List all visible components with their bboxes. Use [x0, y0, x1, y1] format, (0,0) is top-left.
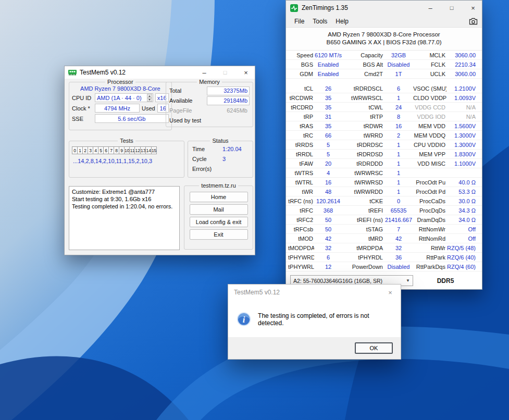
cpu-name: AMD Ryzen 7 9800X3D 8-Core — [69, 85, 171, 92]
minimize-icon[interactable]: – — [195, 66, 213, 79]
maximize-icon[interactable]: □ — [443, 1, 461, 15]
motherboard-bios: B650 GAMING X AX | BIOS F32d (98.77.0) — [286, 39, 482, 46]
log-line: Customize: Extreme1 @anta777 — [72, 188, 177, 195]
window-title: ZenTimings 1.35 — [302, 4, 418, 11]
chevron-down-icon: ▼ — [406, 278, 410, 283]
cpu-id-row: CPU ID AMD (1A · 44 · 0) x16 — [72, 93, 169, 102]
status-row-label: Cycle — [192, 156, 222, 164]
close-icon[interactable]: × — [380, 285, 401, 300]
screenshot-camera-icon[interactable] — [469, 18, 478, 25]
param-value: 7 — [384, 226, 413, 232]
param-label: tREFI (ns) — [342, 217, 384, 223]
dialog-title: TestMem5 v0.12 — [234, 289, 380, 296]
param-label: tWTRL — [288, 179, 314, 186]
close-icon[interactable]: × — [464, 1, 482, 15]
menu-help[interactable]: Help — [331, 17, 353, 26]
param-value: 16 — [314, 179, 342, 186]
ok-button[interactable]: OK — [355, 342, 393, 354]
param-label: UCLK — [413, 71, 446, 77]
param-label: tPHYWRD — [288, 254, 314, 261]
exit-button[interactable]: Exit — [190, 229, 248, 240]
processor-group-caption: Processor — [105, 79, 135, 85]
param-value: 32GB — [384, 52, 413, 58]
param-label: tPHYWRL — [288, 264, 314, 270]
param-value: 6 — [384, 85, 413, 92]
menubar: File Tools Help — [286, 15, 482, 28]
param-label: tWRWRSCL — [342, 95, 384, 101]
memory-row: PageFile6245Mb — [169, 106, 250, 115]
param-label: tRFC2 — [288, 217, 314, 223]
memory-info-row: Speed6120 MT/sCapacity32GBMCLK3060.00 — [286, 51, 482, 60]
param-label: tRFC — [288, 207, 314, 214]
param-label: tWTRS — [288, 170, 314, 176]
log-textarea[interactable]: Customize: Extreme1 @anta777Start testin… — [69, 186, 180, 250]
param-value: 31 — [314, 114, 342, 120]
param-label: RttPark — [413, 254, 446, 261]
param-value: 65535 — [384, 207, 413, 214]
param-label: RttWr — [413, 245, 446, 251]
timings-table: tCL26tRDRDSCL6VSOC (SMU)1.2100VtRCDWR35t… — [286, 84, 482, 271]
processor-group: Processor AMD Ryzen 7 9800X3D 8-Core CPU… — [69, 79, 172, 130]
param-label: tRDWR — [342, 123, 384, 129]
param-value: 1 — [384, 189, 413, 195]
param-label: tRDRDSCL — [342, 85, 384, 92]
param-value: 34.3 Ω — [446, 207, 476, 214]
param-label: ProcDqDs — [413, 207, 446, 214]
sse-value-field: 5.6 sec/Gb — [95, 114, 169, 123]
param-label: ProcOdt Pu — [413, 179, 446, 186]
param-label: tCKE — [342, 198, 384, 204]
param-label: MEM VDDQ — [413, 132, 446, 139]
test-sequence: ...14,2,8,14,2,10,11,1,15,2,10,3 — [73, 158, 184, 164]
load-config-exit-button[interactable]: Load config & exit — [190, 217, 248, 227]
param-label: tRRDL — [288, 151, 314, 157]
site-group: testmem.tz.ru HomeMailLoad config & exit… — [184, 182, 253, 250]
minimize-icon[interactable]: – — [421, 1, 439, 15]
stepper-up-icon[interactable] — [147, 94, 152, 98]
param-value: 42 — [314, 236, 342, 242]
param-label: VDDG IOD — [413, 114, 446, 120]
memory-group-caption: Memory — [197, 79, 222, 85]
maximize-icon: □ — [216, 66, 234, 79]
param-label: tWRWRSC — [342, 170, 384, 176]
log-line: Testing completed in 1:20.04, no errors. — [72, 203, 177, 210]
param-value: RZQ/5 (48) — [446, 245, 476, 251]
param-value: 120.2614 — [314, 198, 342, 204]
timing-row: tRFC (ns)120.2614tCKE0ProcCaDs30.0 Ω — [286, 196, 482, 206]
param-value: 48 — [314, 189, 342, 195]
timing-row: tPHYWRD6tPHYRDL36RttParkRZQ/6 (40) — [286, 253, 482, 262]
param-value: Enabled — [314, 61, 342, 68]
status-row-value: 1:20.04 — [222, 146, 242, 154]
status-row: Time1:20.04 — [192, 146, 249, 154]
menu-file[interactable]: File — [290, 17, 308, 26]
used-label: Used — [142, 105, 155, 112]
home-button[interactable]: Home — [190, 192, 248, 202]
timing-row: tMOD42tMRD42RttNomRdOff — [286, 234, 482, 243]
mail-button[interactable]: Mail — [190, 204, 248, 215]
close-icon[interactable]: × — [237, 66, 255, 79]
param-label: MCLK — [413, 52, 446, 58]
param-value: 1.3000V — [446, 142, 476, 148]
param-value: 1.1000V — [446, 160, 476, 167]
param-label: CLDO VDDP — [413, 95, 446, 101]
menu-tools[interactable]: Tools — [308, 17, 331, 26]
memory-row-label: PageFile — [169, 107, 205, 114]
dialog-footer: OK — [228, 337, 401, 359]
param-value: 50 — [314, 217, 342, 223]
timing-row: tWTRL16tWRWRSD1ProcOdt Pu40.0 Ω — [286, 178, 482, 187]
window-title: TestMem5 v0.12 — [80, 69, 192, 76]
param-value: 1T — [384, 71, 413, 77]
memory-row-label: Total — [169, 88, 205, 94]
param-label: ProcCaDs — [413, 198, 446, 204]
param-value: 35 — [314, 95, 342, 101]
param-value: 1.8300V — [446, 151, 476, 157]
param-label: VSOC (SMU) — [413, 85, 446, 92]
param-label: VDD MISC — [413, 160, 446, 167]
param-label: Speed — [288, 52, 314, 58]
memory-row-label: Available — [169, 97, 205, 104]
cpu-count-stepper[interactable] — [147, 94, 152, 102]
timing-row: tWTRS4tWRWRSC1 — [286, 168, 482, 178]
stepper-down-icon[interactable] — [147, 98, 152, 102]
timing-row: tRP31tRTP8VDDG IODN/A — [286, 112, 482, 121]
status-rows: Time1:20.04Cycle3Error(s) — [188, 146, 253, 174]
param-value: 368 — [314, 207, 342, 214]
